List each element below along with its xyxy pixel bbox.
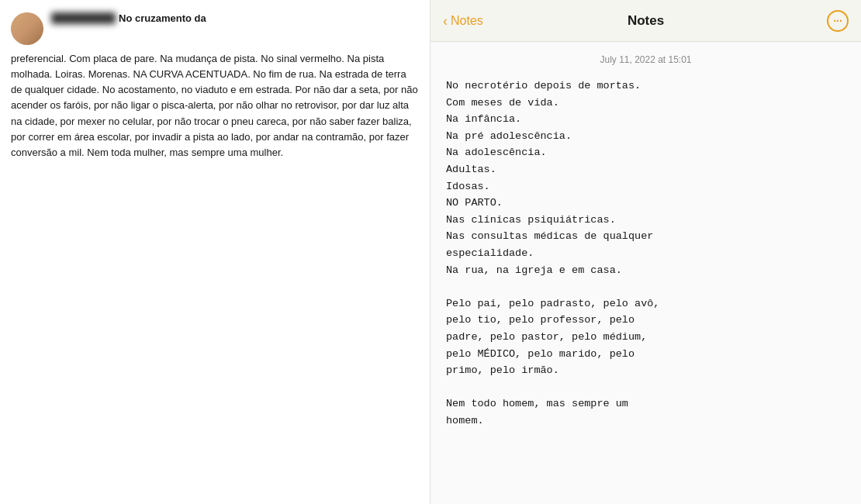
more-options-button[interactable]: ··· [827,10,849,32]
avatar [11,12,43,45]
back-button[interactable]: ‹ Notes [443,14,483,28]
post-body: preferencial. Com placa de pare. Na muda… [11,51,419,161]
notes-header: ‹ Notes Notes ··· [430,0,861,42]
back-label: Notes [451,14,483,28]
username-blur: B. ——— B.c. [51,12,116,24]
username-line: B. ——— B.c. No cruzamento da [51,12,419,24]
note-text: No necrotério depois de mortas. Com mese… [446,78,845,429]
left-panel: B. ——— B.c. No cruzamento da preferencia… [0,0,430,504]
note-date: July 11, 2022 at 15:01 [446,54,845,65]
notes-title: Notes [628,13,664,29]
right-panel: ‹ Notes Notes ··· July 11, 2022 at 15:01… [430,0,861,504]
post-text-inline: No cruzamento da [119,12,206,24]
notes-content: July 11, 2022 at 15:01 No necrotério dep… [430,42,861,504]
post-header: B. ——— B.c. No cruzamento da [11,12,419,45]
post-meta: B. ——— B.c. No cruzamento da [51,12,419,24]
ellipsis-icon: ··· [833,15,842,27]
chevron-left-icon: ‹ [443,14,448,28]
